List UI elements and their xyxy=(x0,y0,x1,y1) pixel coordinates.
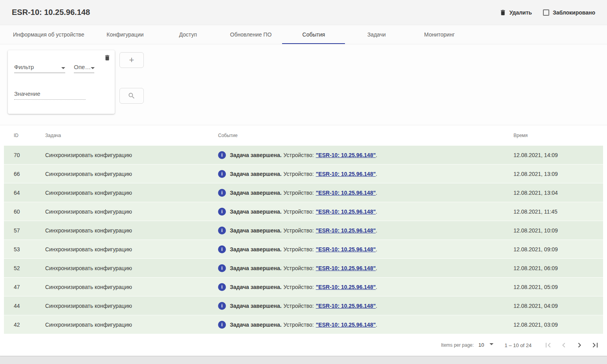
row-id: 42 xyxy=(14,322,45,328)
event-device-prefix: Устройство: xyxy=(284,284,314,290)
row-task: Синхронизировать конфигурацию xyxy=(45,246,218,252)
filter-value-input[interactable] xyxy=(14,90,86,100)
delete-device-button[interactable]: Удалить xyxy=(499,9,532,16)
event-device-prefix: Устройство: xyxy=(284,171,314,177)
row-event: i Задача завершена. Устройство: "ESR-10:… xyxy=(218,283,513,291)
add-filter-button[interactable]: + xyxy=(119,52,144,68)
trash-icon xyxy=(499,9,506,16)
event-suffix: . xyxy=(376,190,377,196)
page-range-label: 1 – 10 of 24 xyxy=(504,342,532,348)
filter-field-select[interactable]: Фильтр xyxy=(14,64,65,73)
row-id: 70 xyxy=(14,152,45,158)
row-time: 12.08.2021, 04:09 xyxy=(513,303,603,309)
row-task: Синхронизировать конфигурацию xyxy=(45,303,218,309)
event-device-link[interactable]: "ESR-10: 10.25.96.148" xyxy=(316,322,376,328)
last-page-button[interactable] xyxy=(587,337,603,353)
row-task: Синхронизировать конфигурацию xyxy=(45,227,218,234)
table-row[interactable]: 42 Синхронизировать конфигурацию i Задач… xyxy=(4,315,603,334)
info-icon: i xyxy=(218,264,226,272)
blocked-toggle[interactable]: Заблокировано xyxy=(543,9,595,16)
row-event: i Задача завершена. Устройство: "ESR-10:… xyxy=(218,227,513,234)
table-row[interactable]: 70 Синхронизировать конфигурацию i Задач… xyxy=(4,146,603,165)
event-device-link[interactable]: "ESR-10: 10.25.96.148" xyxy=(316,152,376,158)
event-suffix: . xyxy=(376,322,377,328)
blocked-checkbox[interactable] xyxy=(543,9,549,16)
info-icon: i xyxy=(218,208,226,216)
info-icon: i xyxy=(218,302,226,310)
event-suffix: . xyxy=(376,209,377,215)
tab-events[interactable]: События xyxy=(282,25,345,44)
delete-button-label: Удалить xyxy=(509,9,532,16)
event-status-text: Задача завершена. xyxy=(230,209,282,215)
event-status-text: Задача завершена. xyxy=(230,265,282,271)
previous-page-button[interactable] xyxy=(556,337,572,353)
row-event: i Задача завершена. Устройство: "ESR-10:… xyxy=(218,208,513,216)
table-row[interactable]: 66 Синхронизировать конфигурацию i Задач… xyxy=(4,165,603,183)
event-status-text: Задача завершена. xyxy=(230,152,282,158)
table-row[interactable]: 64 Синхронизировать конфигурацию i Задач… xyxy=(4,183,603,202)
remove-filter-button[interactable] xyxy=(103,53,112,63)
event-suffix: . xyxy=(376,246,377,252)
tab-device-info[interactable]: Информация об устройстве xyxy=(4,25,94,44)
tab-tasks[interactable]: Задачи xyxy=(345,25,408,44)
filter-operator-select[interactable]: Опе… xyxy=(74,64,94,73)
tab-monitoring[interactable]: Мониторинг xyxy=(408,25,471,44)
info-icon: i xyxy=(218,245,226,253)
event-status-text: Задача завершена. xyxy=(230,284,282,290)
row-id: 53 xyxy=(14,246,45,252)
row-task: Синхронизировать конфигурацию xyxy=(45,190,218,196)
row-task: Синхронизировать конфигурацию xyxy=(45,209,218,215)
table-row[interactable]: 47 Синхронизировать конфигурацию i Задач… xyxy=(4,278,603,296)
chevron-down-icon xyxy=(490,343,493,345)
column-header-event: Событие xyxy=(218,133,513,138)
tab-configurations[interactable]: Конфигурации xyxy=(94,25,156,44)
event-device-prefix: Устройство: xyxy=(284,152,314,158)
search-icon xyxy=(128,92,136,100)
next-page-button[interactable] xyxy=(572,337,587,353)
row-time: 12.08.2021, 14:09 xyxy=(513,152,603,158)
first-page-button[interactable] xyxy=(540,337,556,353)
event-device-link[interactable]: "ESR-10: 10.25.96.148" xyxy=(316,190,376,196)
search-button[interactable] xyxy=(119,88,144,104)
row-event: i Задача завершена. Устройство: "ESR-10:… xyxy=(218,151,513,159)
table-body: 70 Синхронизировать конфигурацию i Задач… xyxy=(4,146,603,334)
event-device-prefix: Устройство: xyxy=(284,303,314,309)
event-device-link[interactable]: "ESR-10: 10.25.96.148" xyxy=(316,284,376,290)
row-event: i Задача завершена. Устройство: "ESR-10:… xyxy=(218,264,513,272)
info-icon: i xyxy=(218,227,226,234)
table-row[interactable]: 52 Синхронизировать конфигурацию i Задач… xyxy=(4,259,603,278)
event-suffix: . xyxy=(376,284,377,290)
tab-bar: Информация об устройствеКонфигурацииДост… xyxy=(0,25,607,44)
event-device-link[interactable]: "ESR-10: 10.25.96.148" xyxy=(316,209,376,215)
table-row[interactable]: 44 Синхронизировать конфигурацию i Задач… xyxy=(4,296,603,315)
event-device-link[interactable]: "ESR-10: 10.25.96.148" xyxy=(316,171,376,177)
row-event: i Задача завершена. Устройство: "ESR-10:… xyxy=(218,245,513,253)
tab-access[interactable]: Доступ xyxy=(156,25,219,44)
table-row[interactable]: 57 Синхронизировать конфигурацию i Задач… xyxy=(4,221,603,240)
event-device-link[interactable]: "ESR-10: 10.25.96.148" xyxy=(316,246,376,252)
chevron-left-icon xyxy=(559,340,568,350)
chevron-right-icon xyxy=(575,340,584,350)
event-device-link[interactable]: "ESR-10: 10.25.96.148" xyxy=(316,265,376,271)
event-suffix: . xyxy=(376,265,377,271)
event-status-text: Задача завершена. xyxy=(230,322,282,328)
row-time: 12.08.2021, 09:09 xyxy=(513,246,603,252)
filter-card: Фильтр Опе… xyxy=(8,50,115,114)
row-time: 12.08.2021, 11:45 xyxy=(513,209,603,215)
event-device-prefix: Устройство: xyxy=(284,190,314,196)
row-event: i Задача завершена. Устройство: "ESR-10:… xyxy=(218,302,513,310)
table-row[interactable]: 60 Синхронизировать конфигурацию i Задач… xyxy=(4,202,603,221)
events-table: ID Задача Событие Время 70 Синхронизиров… xyxy=(0,125,607,356)
filter-operator-label: Опе… xyxy=(74,64,91,70)
row-id: 66 xyxy=(14,171,45,177)
row-task: Синхронизировать конфигурацию xyxy=(45,284,218,290)
event-device-link[interactable]: "ESR-10: 10.25.96.148" xyxy=(316,227,376,234)
tab-firmware-update[interactable]: Обновление ПО xyxy=(219,25,282,44)
column-header-task: Задача xyxy=(45,133,218,138)
items-per-page-select[interactable]: 10 xyxy=(479,342,493,349)
items-per-page-value: 10 xyxy=(479,342,484,348)
table-row[interactable]: 53 Синхронизировать конфигурацию i Задач… xyxy=(4,240,603,259)
chevron-down-icon xyxy=(91,67,95,69)
event-device-link[interactable]: "ESR-10: 10.25.96.148" xyxy=(316,303,376,309)
trash-icon xyxy=(104,54,111,61)
